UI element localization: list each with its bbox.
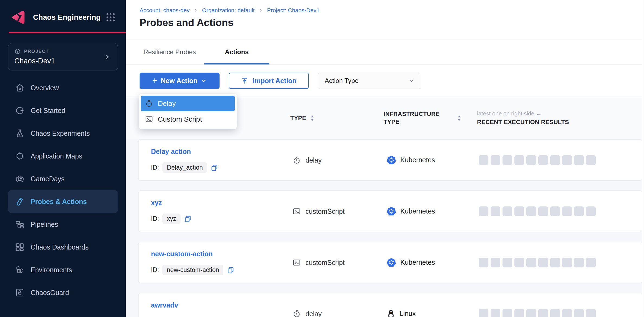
import-action-button[interactable]: Import Action <box>229 73 309 89</box>
sidebar-item-get-started[interactable]: Get Started <box>8 99 118 122</box>
kubernetes-icon <box>387 258 396 267</box>
action-type-select[interactable]: Action Type <box>318 73 420 89</box>
sidebar-item-gamedays[interactable]: GameDays <box>8 167 118 190</box>
recent-execution-results <box>479 309 596 317</box>
execution-result-placeholder <box>526 258 536 267</box>
execution-result-placeholder <box>491 155 500 165</box>
execution-result-placeholder <box>562 258 572 267</box>
sidebar-item-chaos-experiments[interactable]: Chaos Experiments <box>8 122 118 145</box>
hexagons-icon <box>15 265 25 275</box>
sort-icon[interactable] <box>457 115 461 121</box>
copy-icon[interactable] <box>227 266 234 274</box>
execution-result-placeholder <box>479 258 488 267</box>
execution-result-placeholder <box>586 258 596 267</box>
tabs-bar: Resilience Probes Actions <box>126 40 644 64</box>
execution-result-placeholder <box>574 155 584 165</box>
id-label: ID: <box>151 164 159 171</box>
tab-resilience-probes[interactable]: Resilience Probes <box>140 40 200 64</box>
import-action-label: Import Action <box>253 77 297 85</box>
results-hint: latest one on right side → <box>477 110 542 117</box>
sidebar-item-label: Application Maps <box>31 152 82 160</box>
copy-icon[interactable] <box>211 164 218 172</box>
execution-result-placeholder <box>562 206 572 216</box>
sidebar-item-label: Probes & Actions <box>31 198 87 206</box>
execution-result-placeholder <box>538 309 548 317</box>
recent-execution-results <box>479 206 596 216</box>
new-action-button[interactable]: + New Action <box>140 73 220 89</box>
page-header: Account: chaos-dev Organization: default… <box>126 0 644 40</box>
action-type: customScript <box>305 258 344 266</box>
recent-execution-results <box>479 258 596 267</box>
action-name-link[interactable]: awrvadv <box>151 301 178 309</box>
kubernetes-icon <box>387 155 396 165</box>
action-name-link[interactable]: new-custom-action <box>151 250 213 258</box>
action-row-awrvadv[interactable]: awrvadv delay Linux <box>138 293 642 317</box>
infrastructure-type: Linux <box>400 310 416 317</box>
sidebar-item-label: Pipelines <box>31 221 58 228</box>
page-title: Probes and Actions <box>140 17 644 28</box>
execution-result-placeholder <box>503 206 512 216</box>
execution-result-placeholder <box>586 309 596 317</box>
sidebar-item-label: Environments <box>31 266 72 274</box>
sidebar-item-pipelines[interactable]: Pipelines <box>8 213 118 236</box>
action-row-delay-action[interactable]: Delay action ID: Delay_action delay <box>138 139 642 181</box>
execution-result-placeholder <box>562 309 572 317</box>
sidebar-nav: Overview Get Started Chaos Experiments A… <box>0 76 126 304</box>
execution-result-placeholder <box>562 155 572 165</box>
action-row-xyz[interactable]: xyz ID: xyz customScript <box>138 190 642 232</box>
flask-icon <box>15 128 25 138</box>
action-id: new-custom-action <box>162 265 223 275</box>
sort-icon[interactable] <box>310 115 314 121</box>
execution-result-placeholder <box>514 155 524 165</box>
execution-result-placeholder <box>550 155 560 165</box>
breadcrumb-organization[interactable]: Organization: default <box>202 7 255 14</box>
sidebar-item-label: Chaos Experiments <box>31 130 90 137</box>
action-type: customScript <box>305 207 344 215</box>
breadcrumb-project[interactable]: Project: Chaos-Dev1 <box>267 7 320 14</box>
pipelines-icon <box>15 219 25 229</box>
sidebar-item-probes-actions[interactable]: Probes & Actions <box>8 190 118 213</box>
execution-result-placeholder <box>514 309 524 317</box>
execution-result-placeholder <box>479 309 488 317</box>
action-row-new-custom-action[interactable]: new-custom-action ID: new-custom-action … <box>138 242 642 283</box>
execution-result-placeholder <box>526 155 536 165</box>
sidebar-item-application-maps[interactable]: Application Maps <box>8 145 118 167</box>
sidebar-item-chaosguard[interactable]: ChaosGuard <box>8 281 118 304</box>
sidebar-item-label: GameDays <box>31 175 65 183</box>
toolbar: + New Action Import Action Action Type <box>126 64 644 97</box>
breadcrumb-chevron-icon <box>259 8 263 12</box>
breadcrumb-account[interactable]: Account: chaos-dev <box>140 7 189 14</box>
progress-circle-icon <box>15 106 25 115</box>
app-grid-icon[interactable] <box>105 12 116 23</box>
scrollbar-track[interactable] <box>642 0 644 317</box>
sidebar-item-chaos-dashboards[interactable]: Chaos Dashboards <box>8 236 118 258</box>
execution-result-placeholder <box>586 206 596 216</box>
menu-item-label: Delay <box>158 99 176 108</box>
column-header-infrastructure: INFRASTRUCTURE TYPE <box>384 110 442 126</box>
execution-result-placeholder <box>503 258 512 267</box>
dashboard-grid-icon <box>15 242 25 252</box>
action-name-link[interactable]: Delay action <box>151 148 191 156</box>
execution-result-placeholder <box>574 206 584 216</box>
home-icon <box>15 83 25 93</box>
lock-icon <box>15 288 25 297</box>
test-tube-icon <box>15 197 25 206</box>
sidebar-item-overview[interactable]: Overview <box>8 76 118 99</box>
execution-result-placeholder <box>550 258 560 267</box>
recent-execution-results <box>479 155 596 165</box>
column-header-results: RECENT EXECUTION RESULTS <box>477 119 569 126</box>
terminal-icon <box>292 207 301 215</box>
menu-item-custom-script[interactable]: Custom Script <box>141 111 235 127</box>
menu-item-delay[interactable]: Delay <box>141 96 235 111</box>
execution-result-placeholder <box>586 155 596 165</box>
execution-result-placeholder <box>491 309 500 317</box>
gamepad-icon <box>15 174 25 184</box>
project-selector[interactable]: PROJECT Chaos-Dev1 <box>8 43 118 70</box>
id-label: ID: <box>151 266 159 274</box>
tab-actions[interactable]: Actions <box>204 40 269 64</box>
action-name-link[interactable]: xyz <box>151 199 162 207</box>
sidebar-item-environments[interactable]: Environments <box>8 258 118 281</box>
target-icon <box>15 151 25 161</box>
import-icon <box>241 77 249 85</box>
copy-icon[interactable] <box>184 215 192 223</box>
